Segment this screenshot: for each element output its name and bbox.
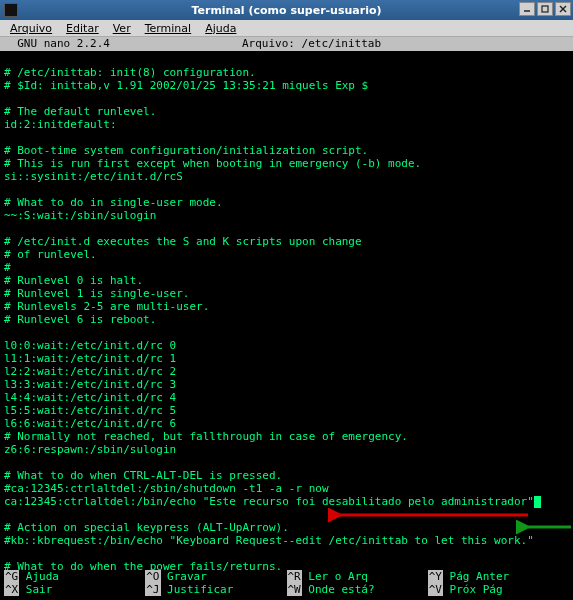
close-button[interactable]	[555, 2, 571, 16]
shortcut-help: ^G Ajuda	[4, 570, 145, 583]
editor-line: # What to do in single-user mode.	[4, 196, 569, 209]
menu-editar[interactable]: Editar	[60, 21, 105, 36]
terminal-area[interactable]: GNU nano 2.2.4 Arquivo: /etc/inittab # /…	[0, 37, 573, 600]
shortcut-nextpage: ^V Próx Pág	[428, 583, 569, 596]
editor-line: # Runlevels 2-5 are multi-user.	[4, 300, 569, 313]
minimize-button[interactable]	[519, 2, 535, 16]
editor-line: l1:1:wait:/etc/init.d/rc 1	[4, 352, 569, 365]
nano-version: GNU nano 2.2.4	[0, 37, 110, 51]
cursor	[534, 496, 541, 508]
shortcut-exit: ^X Sair	[4, 583, 145, 596]
menu-terminal[interactable]: Terminal	[139, 21, 198, 36]
editor-line: # This is run first except when booting …	[4, 157, 569, 170]
editor-line: #ca:12345:ctrlaltdel:/sbin/shutdown -t1 …	[4, 482, 569, 495]
menu-bar: Arquivo Editar Ver Terminal Ajuda	[0, 20, 573, 37]
editor-line: # $Id: inittab,v 1.91 2002/01/25 13:35:2…	[4, 79, 569, 92]
editor-line	[4, 508, 569, 521]
editor-line: # Normally not reached, but fallthrough …	[4, 430, 569, 443]
nano-header: GNU nano 2.2.4 Arquivo: /etc/inittab	[0, 37, 573, 51]
editor-line: l4:4:wait:/etc/init.d/rc 4	[4, 391, 569, 404]
editor-line: # /etc/init.d executes the S and K scrip…	[4, 235, 569, 248]
editor-line	[4, 53, 569, 66]
editor-line: # What to do when CTRL-ALT-DEL is presse…	[4, 469, 569, 482]
editor-line	[4, 183, 569, 196]
editor-line: # Runlevel 0 is halt.	[4, 274, 569, 287]
window-titlebar: Terminal (como super-usuario)	[0, 0, 573, 20]
menu-ver[interactable]: Ver	[107, 21, 137, 36]
editor-line: # Action on special keypress (ALT-UpArro…	[4, 521, 569, 534]
editor-line: # The default runlevel.	[4, 105, 569, 118]
menu-ajuda[interactable]: Ajuda	[199, 21, 242, 36]
nano-shortcuts: ^G Ajuda ^O Gravar ^R Ler o Arq ^Y Pág A…	[0, 570, 573, 600]
editor-line	[4, 131, 569, 144]
shortcut-read: ^R Ler o Arq	[287, 570, 428, 583]
editor-line	[4, 92, 569, 105]
editor-line: # Runlevel 1 is single-user.	[4, 287, 569, 300]
editor-line	[4, 326, 569, 339]
window-buttons	[519, 2, 571, 16]
editor-line: z6:6:respawn:/sbin/sulogin	[4, 443, 569, 456]
editor-line: #kb::kbrequest:/bin/echo "Keyboard Reque…	[4, 534, 569, 547]
window-title: Terminal (como super-usuario)	[191, 4, 381, 17]
editor-line: l5:5:wait:/etc/init.d/rc 5	[4, 404, 569, 417]
editor-line	[4, 222, 569, 235]
editor-line	[4, 456, 569, 469]
editor-line: l6:6:wait:/etc/init.d/rc 6	[4, 417, 569, 430]
editor-line: id:2:initdefault:	[4, 118, 569, 131]
editor-line	[4, 547, 569, 560]
editor-line: # Boot-time system configuration/initial…	[4, 144, 569, 157]
shortcut-write: ^O Gravar	[145, 570, 286, 583]
editor-line: ca:12345:ctrlaltdel:/bin/echo "Este recu…	[4, 495, 569, 508]
shortcut-prevpage: ^Y Pág Anter	[428, 570, 569, 583]
editor-line: l3:3:wait:/etc/init.d/rc 3	[4, 378, 569, 391]
svg-rect-1	[542, 6, 548, 12]
shortcut-where: ^W Onde está?	[287, 583, 428, 596]
maximize-button[interactable]	[537, 2, 553, 16]
editor-content[interactable]: # /etc/inittab: init(8) configuration.# …	[0, 51, 573, 573]
editor-line: ~~:S:wait:/sbin/sulogin	[4, 209, 569, 222]
editor-line: l0:0:wait:/etc/init.d/rc 0	[4, 339, 569, 352]
editor-line: si::sysinit:/etc/init.d/rcS	[4, 170, 569, 183]
editor-line: #	[4, 261, 569, 274]
editor-line: l2:2:wait:/etc/init.d/rc 2	[4, 365, 569, 378]
nano-file-label: Arquivo: /etc/inittab	[110, 37, 513, 51]
editor-line: # Runlevel 6 is reboot.	[4, 313, 569, 326]
editor-line: # /etc/inittab: init(8) configuration.	[4, 66, 569, 79]
editor-line: # of runlevel.	[4, 248, 569, 261]
terminal-icon	[4, 3, 18, 17]
menu-arquivo[interactable]: Arquivo	[4, 21, 58, 36]
shortcut-justify: ^J Justificar	[145, 583, 286, 596]
